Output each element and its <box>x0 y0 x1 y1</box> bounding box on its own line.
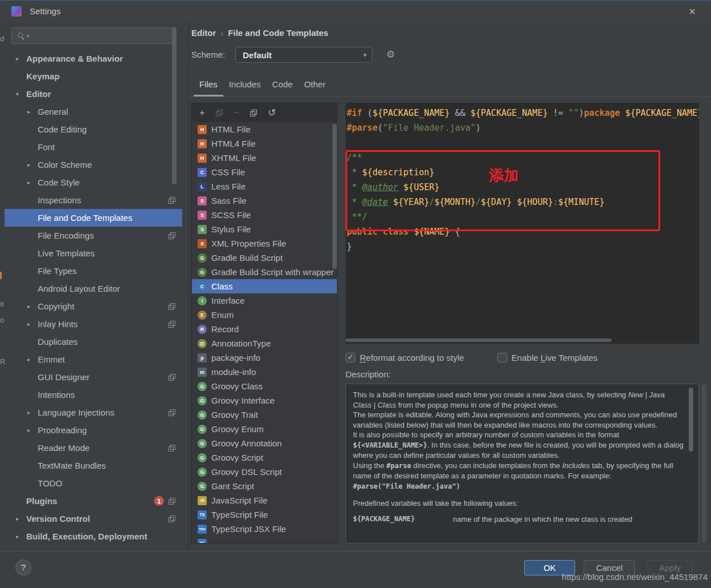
sidebar-item-proofreading[interactable]: ▸Proofreading <box>5 421 182 439</box>
code-token: ${description} <box>362 167 434 178</box>
sidebar-item-code-editing[interactable]: Code Editing <box>5 120 182 138</box>
sidebar-item-reader-mode[interactable]: Reader Mode <box>5 439 182 457</box>
search-input[interactable]: ▾ <box>11 27 175 44</box>
template-editor[interactable]: #if (${PACKAGE_NAME} && ${PACKAGE_NAME} … <box>346 103 699 344</box>
sidebar-item-build-execution-deployment[interactable]: ▸Build, Execution, Deployment <box>5 527 182 545</box>
template-item-record[interactable]: RRecord <box>192 322 337 336</box>
template-item-xml-properties-file[interactable]: XXML Properties File <box>192 236 337 251</box>
sidebar-scrollbar[interactable] <box>172 27 176 184</box>
template-item-class[interactable]: CClass <box>192 279 337 293</box>
template-item-gant-script[interactable]: GGant Script <box>192 479 337 493</box>
chevron-right-icon[interactable]: ▸ <box>27 427 38 433</box>
sidebar-item-color-scheme[interactable]: ▸Color Scheme <box>5 156 182 174</box>
tab-other[interactable]: Other <box>298 74 331 96</box>
sidebar-item-textmate-bundles[interactable]: TextMate Bundles <box>5 457 182 474</box>
template-item-xhtml-file[interactable]: HXHTML File <box>192 151 337 165</box>
sidebar-item-duplicates[interactable]: Duplicates <box>5 333 182 351</box>
breadcrumb-editor[interactable]: Editor <box>191 28 216 38</box>
sidebar-item-intentions[interactable]: Intentions <box>5 386 182 404</box>
chevron-right-icon[interactable]: ▸ <box>27 356 38 363</box>
template-item-html-file[interactable]: HHTML File <box>192 122 337 136</box>
template-item-module-info[interactable]: mmodule-info <box>192 365 337 379</box>
sidebar-item-font[interactable]: Font <box>5 138 182 156</box>
tab-includes[interactable]: Includes <box>223 74 267 96</box>
checkbox-checked-icon[interactable]: ✓ <box>346 353 355 363</box>
template-item-css-file[interactable]: CCSS File <box>192 165 337 179</box>
template-item-typescript-file[interactable]: TSTypeScript File <box>192 508 337 522</box>
tab-files[interactable]: Files <box>194 74 223 96</box>
sidebar-item-general[interactable]: ▸General <box>5 103 182 120</box>
chevron-right-icon[interactable]: ▸ <box>27 409 38 416</box>
sidebar-item-live-templates[interactable]: Live Templates <box>5 244 182 262</box>
help-button[interactable]: ? <box>15 559 31 575</box>
template-item-scss-file[interactable]: SSCSS File <box>192 208 337 222</box>
groovy-file-icon: G <box>198 382 207 391</box>
tab-code[interactable]: Code <box>267 74 299 96</box>
template-item-interface[interactable]: IInterface <box>192 293 337 308</box>
template-item-stylus-file[interactable]: SStylus File <box>192 222 337 236</box>
sidebar-item-todo[interactable]: TODO <box>5 474 182 492</box>
template-item-groovy-class[interactable]: GGroovy Class <box>192 379 337 393</box>
close-icon[interactable]: × <box>681 1 704 22</box>
template-item-groovy-interface[interactable]: GGroovy Interface <box>192 393 337 408</box>
chevron-down-icon[interactable]: ▾ <box>16 91 26 97</box>
sidebar-item-file-types[interactable]: File Types <box>5 262 182 280</box>
sidebar-item-code-style[interactable]: ▸Code Style <box>5 174 182 191</box>
chevron-right-icon[interactable]: ▸ <box>27 303 38 309</box>
template-item-item[interactable]: TS <box>192 536 337 543</box>
template-item-annotationtype[interactable]: @AnnotationType <box>192 336 337 351</box>
template-item-less-file[interactable]: LLess File <box>192 179 337 194</box>
description-scrollbar[interactable] <box>689 388 693 452</box>
sidebar-item-appearance-behavior[interactable]: ▸Appearance & Behavior <box>5 50 182 67</box>
reset-button[interactable]: ↺ <box>268 108 276 118</box>
scheme-select[interactable]: Default ▾ <box>235 47 372 63</box>
sidebar-item-language-injections[interactable]: ▸Language Injections <box>5 404 182 421</box>
chevron-right-icon[interactable]: ▸ <box>16 55 26 62</box>
page-scrollbar[interactable] <box>702 384 706 542</box>
template-item-javascript-file[interactable]: JSJavaScript File <box>192 493 337 508</box>
sidebar-item-label: Proofreading <box>38 425 87 435</box>
sidebar-item-keymap[interactable]: Keymap <box>5 67 182 85</box>
template-list-scrollbar[interactable] <box>332 124 337 269</box>
checkbox-reformat-according-to-style[interactable]: ✓Reformat according to style <box>346 353 464 363</box>
template-item-gradle-build-script-with-wrapper[interactable]: GGradle Build Script with wrapper <box>192 265 337 279</box>
template-item-label: JavaScript File <box>211 496 267 505</box>
sidebar-item-copyright[interactable]: ▸Copyright <box>5 297 182 315</box>
chevron-right-icon[interactable]: ▸ <box>16 515 26 522</box>
editor-horizontal-scrollbar[interactable] <box>346 339 612 342</box>
template-item-typescript-jsx-file[interactable]: TSXTypeScript JSX File <box>192 522 337 536</box>
chevron-right-icon[interactable]: ▸ <box>27 108 38 115</box>
checkbox-unchecked-icon[interactable] <box>497 353 507 363</box>
template-item-label: HTML4 File <box>211 139 256 148</box>
template-item-enum[interactable]: EEnum <box>192 308 337 322</box>
chevron-right-icon[interactable]: ▸ <box>27 321 38 327</box>
template-item-groovy-dsl-script[interactable]: GGroovy DSL Script <box>192 465 337 479</box>
scheme-gear-icon[interactable]: ⚙ <box>384 48 397 62</box>
sidebar-item-file-and-code-templates[interactable]: File and Code Templates <box>5 209 182 227</box>
sidebar-item-gui-designer[interactable]: GUI Designer <box>5 368 182 386</box>
chevron-right-icon[interactable]: ▸ <box>27 179 38 186</box>
template-item-package-info[interactable]: ppackage-info <box>192 351 337 365</box>
sidebar-item-version-control[interactable]: ▸Version Control <box>5 510 182 527</box>
template-item-html4-file[interactable]: HHTML4 File <box>192 136 337 151</box>
chevron-right-icon[interactable]: ▸ <box>16 533 26 539</box>
sidebar-item-file-encodings[interactable]: File Encodings <box>5 227 182 244</box>
sidebar-item-editor[interactable]: ▾Editor <box>5 85 182 103</box>
search-history-caret-icon[interactable]: ▾ <box>27 33 30 39</box>
template-item-sass-file[interactable]: SSass File <box>192 194 337 208</box>
sidebar-item-plugins[interactable]: Plugins1 <box>5 492 182 510</box>
code-token: **/ <box>347 212 367 222</box>
duplicate-button[interactable] <box>250 110 257 116</box>
sidebar-item-emmet[interactable]: ▸Emmet <box>5 351 182 368</box>
template-item-groovy-enum[interactable]: GGroovy Enum <box>192 422 337 436</box>
sidebar-item-inlay-hints[interactable]: ▸Inlay Hints <box>5 315 182 333</box>
template-item-groovy-script[interactable]: GGroovy Script <box>192 450 337 465</box>
add-button[interactable]: + <box>199 108 205 118</box>
chevron-right-icon[interactable]: ▸ <box>27 162 38 168</box>
template-item-groovy-trait[interactable]: GGroovy Trait <box>192 408 337 422</box>
checkbox-enable-live-templates[interactable]: Enable Live Templates <box>497 353 598 363</box>
sidebar-item-inspections[interactable]: Inspections <box>5 191 182 209</box>
template-item-gradle-build-script[interactable]: GGradle Build Script <box>192 251 337 265</box>
sidebar-item-android-layout-editor[interactable]: Android Layout Editor <box>5 280 182 297</box>
template-item-groovy-annotation[interactable]: GGroovy Annotation <box>192 436 337 450</box>
